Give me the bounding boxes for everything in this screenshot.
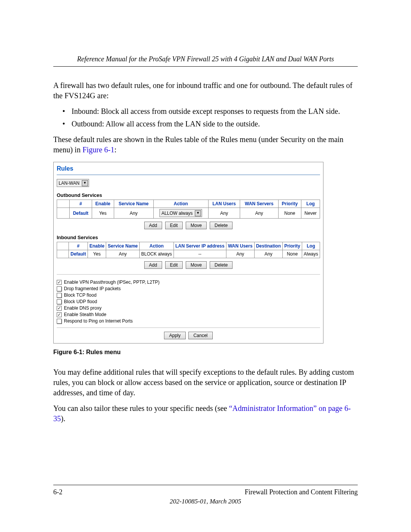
check-enable-dns-proxy[interactable]: Enable DNS proxy	[57, 305, 320, 311]
check-label: Enable VPN Passthrough (IPSec, PPTP, L2T…	[64, 280, 159, 285]
check-label: Enable Stealth Mode	[64, 312, 106, 317]
default-rules-list: Inbound: Block all access from outside e…	[53, 106, 358, 129]
check-label: Block UDP flood	[64, 299, 97, 304]
running-header: Reference Manual for the ProSafe VPN Fir…	[53, 55, 358, 67]
panel-title: Rules	[57, 165, 320, 175]
outbound-header-row: # Enable Service Name Action LAN Users W…	[57, 200, 320, 208]
checkbox-icon[interactable]	[57, 306, 62, 311]
paragraph-additional-rules: You may define additional rules that wil…	[53, 367, 358, 398]
move-button[interactable]: Move	[186, 261, 207, 269]
edit-button[interactable]: Edit	[165, 261, 183, 269]
paragraph-intro: A firewall has two default rules, one fo…	[53, 80, 358, 101]
inbound-table: # Enable Service Name Action LAN Server …	[57, 242, 320, 258]
col-wan-users: WAN Users	[226, 242, 254, 250]
inbound-header-row: # Enable Service Name Action LAN Server …	[57, 242, 320, 250]
col-destination: Destination	[254, 242, 282, 250]
col-lan-users: LAN Users	[208, 200, 240, 208]
col-priority: Priority	[282, 242, 302, 250]
checkbox-icon[interactable]	[57, 280, 62, 285]
col-service-name: Service Name	[114, 200, 153, 208]
page-number: 6-2	[53, 488, 62, 496]
delete-button[interactable]: Delete	[210, 261, 233, 269]
cancel-button[interactable]: Cancel	[188, 332, 212, 339]
outbound-table: # Enable Service Name Action LAN Users W…	[57, 200, 320, 219]
paragraph-see-also: You can also tailor these rules to your …	[53, 403, 358, 424]
rules-panel: Rules LAN-WAN ▼ Outbound Services # Enab…	[53, 162, 323, 343]
text-fragment: ).	[61, 414, 65, 423]
col-service-name: Service Name	[106, 242, 140, 250]
check-label: Drop fragmented IP packets	[64, 286, 121, 291]
cell-action: BLOCK always	[140, 250, 174, 258]
col-priority: Priority	[278, 200, 301, 208]
checkbox-icon[interactable]	[57, 312, 62, 317]
options-checklist: Enable VPN Passthrough (IPSec, PPTP, L2T…	[57, 274, 320, 324]
body-text-lower: You may define additional rules that wil…	[53, 367, 358, 424]
checkbox-icon[interactable]	[57, 286, 62, 291]
apply-cancel-row: Apply Cancel	[57, 328, 320, 339]
col-action: Action	[140, 242, 174, 250]
add-button[interactable]: Add	[144, 222, 162, 229]
action-select-value: ALLOW always	[161, 211, 193, 216]
check-block-tcp-flood[interactable]: Block TCP flood	[57, 292, 320, 298]
figure-link[interactable]: Figure 6-1	[83, 145, 115, 154]
checkbox-icon[interactable]	[57, 293, 62, 298]
direction-select[interactable]: LAN-WAN ▼	[57, 179, 89, 187]
cell-priority: None	[282, 250, 302, 258]
edit-button[interactable]: Edit	[165, 222, 183, 229]
cell-enable: Yes	[88, 250, 106, 258]
cell-priority: None	[278, 208, 301, 219]
text-fragment: You can also tailor these rules to your …	[53, 404, 229, 412]
cell-num: Default	[69, 250, 88, 258]
footer-rule	[53, 485, 358, 485]
col-select	[57, 200, 70, 208]
outbound-buttons: Add Edit Move Delete	[57, 222, 320, 229]
inbound-label: Inbound Services	[57, 235, 320, 240]
check-enable-stealth[interactable]: Enable Stealth Mode	[57, 312, 320, 317]
cell-action: ALLOW always ▼	[153, 208, 208, 219]
text-fragment: :	[115, 145, 117, 154]
bullet-inbound: Inbound: Block all access from outside e…	[53, 106, 358, 117]
document-page: Reference Manual for the ProSafe VPN Fir…	[0, 0, 411, 532]
direction-select-value: LAN-WAN	[59, 181, 80, 186]
action-select[interactable]: ALLOW always ▼	[159, 209, 202, 217]
check-block-udp-flood[interactable]: Block UDP flood	[57, 299, 320, 304]
col-wan-servers: WAN Servers	[240, 200, 278, 208]
cell-lan-users: Any	[208, 208, 240, 219]
body-text: A firewall has two default rules, one fo…	[53, 80, 358, 155]
col-log: Log	[302, 242, 320, 250]
chevron-down-icon: ▼	[82, 180, 88, 186]
move-button[interactable]: Move	[186, 222, 207, 229]
inbound-buttons: Add Edit Move Delete	[57, 261, 320, 269]
outbound-row-default[interactable]: Default Yes Any ALLOW always ▼ Any Any N…	[57, 208, 320, 219]
cell-log: Never	[301, 208, 320, 219]
check-respond-ping[interactable]: Respond to Ping on Internet Ports	[57, 318, 320, 324]
cell-log: Always	[302, 250, 320, 258]
checkbox-icon[interactable]	[57, 299, 62, 304]
apply-button[interactable]: Apply	[164, 332, 185, 339]
cell-wan-servers: Any	[240, 208, 278, 219]
cell-destination: Any	[254, 250, 282, 258]
check-drop-fragmented[interactable]: Drop fragmented IP packets	[57, 286, 320, 291]
inbound-row-default[interactable]: Default Yes Any BLOCK always -- Any Any …	[57, 250, 320, 258]
check-vpn-passthrough[interactable]: Enable VPN Passthrough (IPSec, PPTP, L2T…	[57, 280, 320, 285]
delete-button[interactable]: Delete	[210, 222, 233, 229]
check-label: Block TCP flood	[64, 292, 97, 298]
col-log: Log	[301, 200, 320, 208]
col-enable: Enable	[92, 200, 114, 208]
section-title: Firewall Protection and Content Filterin…	[245, 488, 358, 496]
checkbox-icon[interactable]	[57, 319, 62, 324]
doc-number: 202-10085-01, March 2005	[53, 498, 358, 505]
cell-wan-users: Any	[226, 250, 254, 258]
outbound-label: Outbound Services	[57, 192, 320, 198]
cell-service: Any	[106, 250, 140, 258]
cell-lan-server-ip: --	[174, 250, 226, 258]
row-select-cell[interactable]	[57, 250, 69, 258]
col-num: #	[70, 200, 92, 208]
col-num: #	[69, 242, 88, 250]
chevron-down-icon: ▼	[195, 210, 201, 216]
col-lan-server-ip: LAN Server IP address	[174, 242, 226, 250]
cell-enable: Yes	[92, 208, 114, 219]
add-button[interactable]: Add	[144, 261, 162, 269]
row-select-cell[interactable]	[57, 208, 70, 219]
cell-service: Any	[114, 208, 153, 219]
